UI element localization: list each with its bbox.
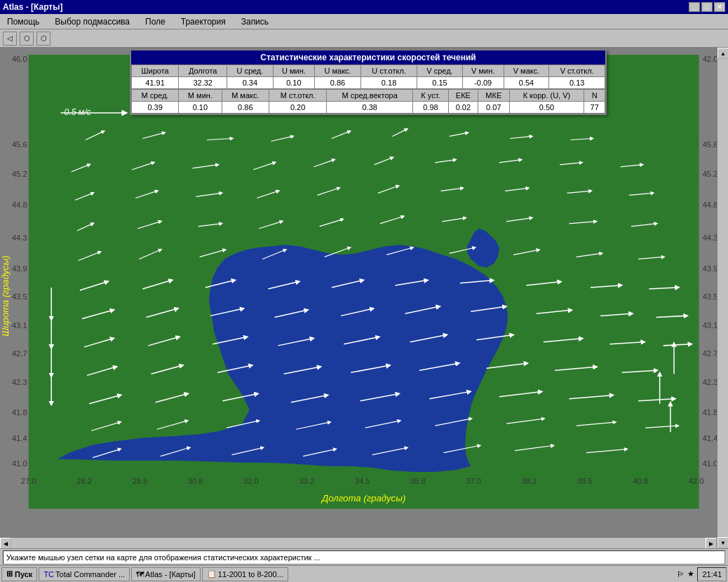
svg-text:42.7: 42.7 [12,349,27,358]
toolbar: ◁ ⬡ ⬡ [0,29,728,48]
val-m-min: 0.10 [179,102,222,114]
svg-text:45.2: 45.2 [703,170,717,178]
val-u-max: 0.86 [315,77,361,89]
menu-bar: Помощь Выбор подмассива Поле Траектория … [0,14,728,29]
atlas-label: Atlas - [Карты] [145,570,196,578]
menu-help[interactable]: Помощь [3,15,43,28]
svg-text:43.5: 43.5 [12,292,27,301]
col-header-u-max: U макс. [315,65,361,77]
atlas-icon: 🗺 [136,570,144,578]
col-header-k-corr: К корр. (U, V) [509,90,584,102]
svg-text:43.1: 43.1 [12,321,27,330]
svg-text:34.5: 34.5 [355,477,370,485]
svg-text:42.3: 42.3 [12,378,27,386]
menu-field[interactable]: Поле [141,15,170,28]
menu-selection[interactable]: Выбор подмассива [50,15,134,28]
svg-text:39.5: 39.5 [577,477,593,485]
star-icon: ★ [687,569,694,578]
stats-title: Статистические характеристики скоростей … [131,50,605,65]
svg-text:43.1: 43.1 [703,321,717,330]
col-header-m-min: М мин. [179,90,222,102]
svg-text:45.6: 45.6 [12,140,27,149]
svg-text:42.3: 42.3 [703,378,717,386]
svg-text:44.3: 44.3 [12,234,27,242]
col-header-m-std: М ст.откл. [269,90,327,102]
svg-text:43.9: 43.9 [703,264,717,273]
scroll-right-button[interactable]: ▶ [706,538,717,548]
svg-text:45.6: 45.6 [703,140,717,149]
svg-text:44.8: 44.8 [703,201,717,209]
val-m-std: 0.20 [269,102,327,114]
taskbar-clock: 21:41 [697,567,727,581]
svg-text:41.4: 41.4 [703,434,717,442]
col-header-shirota: Широта [132,65,179,77]
date-icon: 📋 [207,569,217,578]
scroll-up-button[interactable]: ▲ [717,48,728,59]
svg-text:44.8: 44.8 [12,201,27,209]
svg-text:30.8: 30.8 [188,477,203,485]
col-header-v-std: V ст.откл. [549,65,605,77]
flag-icon: 🏳 [677,570,685,578]
col-header-m-vec: М сред.вектора [327,90,413,102]
val-v-min: -0.09 [462,77,504,89]
svg-text:38.2: 38.2 [522,477,537,485]
col-header-v-max: V макс. [504,65,549,77]
svg-text:27.0: 27.0 [21,477,36,485]
stats-panel: Статистические характеристики скоростей … [130,49,607,115]
col-header-v-min: V мин. [462,65,504,77]
svg-text:42.0: 42.0 [689,477,704,485]
toolbar-btn-2[interactable]: ⬡ [20,32,34,46]
svg-text:35.8: 35.8 [410,477,426,485]
col-header-u-sred: U сред. [227,65,273,77]
close-button[interactable]: ✕ [714,2,725,12]
map-svg: 41.0 41.4 41.8 42.3 42.7 43.1 43.5 43.9 … [0,48,717,537]
window-title: Atlas - [Карты] [3,2,62,12]
taskbar-atlas[interactable]: 🗺 Atlas - [Карты] [131,567,201,581]
scroll-left-button[interactable]: ◀ [0,538,11,548]
val-v-sred: 0.15 [417,77,463,89]
svg-text:41.0: 41.0 [12,459,27,468]
start-button[interactable]: ⊞ Пуск [1,567,37,581]
menu-save[interactable]: Запись [237,15,273,28]
date-label: 11-2001 to 8-200... [218,570,283,578]
title-bar-buttons: _ □ ✕ [689,2,725,12]
title-bar: Atlas - [Карты] _ □ ✕ [0,0,728,14]
map-wrapper[interactable]: 41.0 41.4 41.8 42.3 42.7 43.1 43.5 43.9 … [0,48,717,537]
col-header-u-std: U ст.откл. [360,65,417,77]
minimize-button[interactable]: _ [689,2,700,12]
val-u-std: 0.18 [360,77,417,89]
toolbar-btn-3[interactable]: ⬡ [36,32,50,46]
col-header-mke: МКЕ [478,90,509,102]
status-row: Укажите мышью узел сетки на карте для от… [0,549,728,565]
val-n: 77 [584,102,605,114]
menu-trajectory[interactable]: Траектория [177,15,230,28]
val-k-corr: 0.50 [509,102,584,114]
col-header-m-max: М макс. [222,90,269,102]
right-scrollbar: ▲ ▼ [717,48,728,548]
svg-text:46.0: 46.0 [12,55,27,63]
start-icon: ⊞ [6,569,13,578]
svg-text:41.8: 41.8 [703,408,717,417]
val-mke: 0.07 [478,102,509,114]
svg-text:0.5 м/с: 0.5 м/с [65,107,91,117]
restore-button[interactable]: □ [701,2,713,12]
h-scrollbar-track [11,538,706,548]
taskbar-date[interactable]: 📋 11-2001 to 8-200... [202,567,288,581]
svg-text:41.4: 41.4 [12,434,27,442]
stats-table-2: М сред. М мин. М макс. М ст.откл. М сред… [131,89,605,114]
val-u-sred: 0.34 [227,77,273,89]
taskbar-total-commander[interactable]: TC Total Commander ... [39,567,130,581]
svg-text:32.0: 32.0 [243,477,259,485]
svg-text:37.0: 37.0 [466,477,481,485]
val-dolgota: 32.32 [179,77,227,89]
scrollbar-track [717,59,728,537]
scroll-down-button[interactable]: ▼ [717,537,728,548]
taskbar-right: 🏳 ★ 21:41 [677,567,727,581]
status-text: Укажите мышью узел сетки на карте для от… [3,550,725,564]
toolbar-btn-1[interactable]: ◁ [3,32,17,46]
val-k-ust: 0.98 [413,102,448,114]
val-v-max: 0.54 [504,77,549,89]
svg-text:41.0: 41.0 [703,459,717,468]
col-header-u-min: U мин. [273,65,315,77]
svg-text:45.2: 45.2 [12,170,27,178]
